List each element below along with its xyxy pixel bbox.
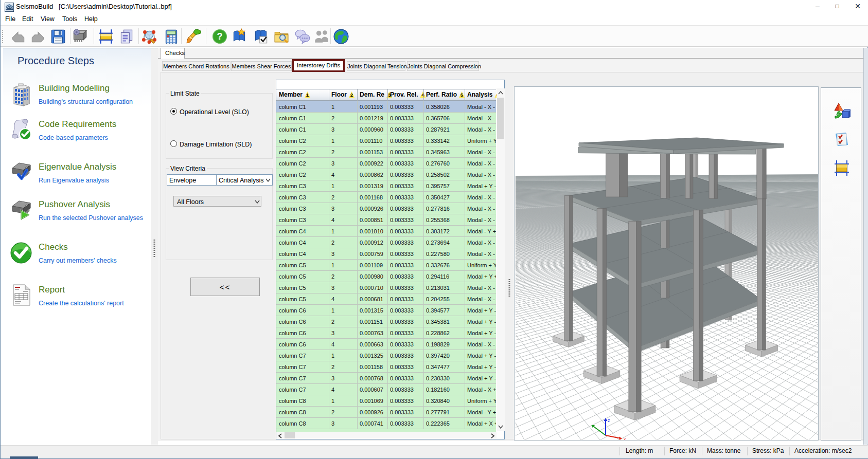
svg-text:?: ? — [217, 31, 222, 42]
svg-text:x: x — [624, 437, 626, 440]
svg-text:z: z — [608, 418, 610, 423]
